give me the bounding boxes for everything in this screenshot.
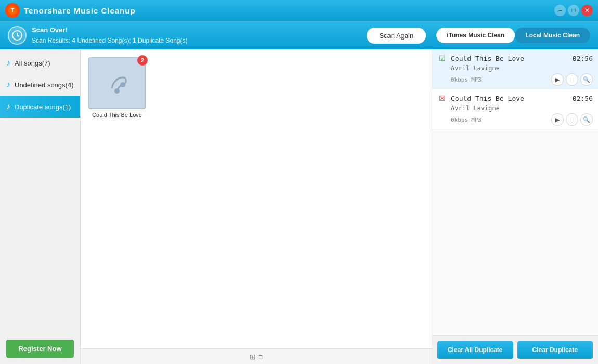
- song-title-2: Could This Be Love: [451, 95, 568, 102]
- song-artist-2: Avril Lavigne: [451, 105, 593, 112]
- header-bar: Scan Over! Scan Results: 4 Undefined Son…: [0, 21, 598, 49]
- right-panel: ☑ Could This Be Love 02:56 Avril Lavigne…: [432, 49, 598, 364]
- sidebar-item-duplicate-songs[interactable]: ♪ Duplicate songs(1): [0, 96, 80, 118]
- main-layout: ♪ All songs(7) ♪ Undefined songs(4) ♪ Du…: [0, 49, 598, 364]
- close-button[interactable]: ✕: [581, 5, 593, 16]
- content-area: 2 Could This Be Love ⊞ ≡: [81, 49, 432, 364]
- clear-duplicate-button[interactable]: Clear Duplicate: [517, 341, 593, 359]
- view-toggle: ⊞ ≡: [250, 353, 263, 361]
- song-meta-2: 0kbps MP3 ▶ ≡ 🔍: [451, 113, 593, 126]
- app-logo: T: [5, 3, 20, 18]
- mode-tab-group: iTunes Music Clean Local Music Clean: [436, 28, 590, 43]
- song-format-2: MP3: [471, 116, 482, 123]
- song-artist-1: Avril Lavigne: [451, 64, 593, 72]
- zoom-button-1[interactable]: 🔍: [580, 73, 593, 86]
- title-bar: T Tenorshare Music Cleanup − □ ✕: [0, 0, 598, 21]
- list-view-button[interactable]: ≡: [258, 353, 263, 361]
- sidebar-item-all-songs-label: All songs(7): [15, 59, 50, 67]
- zoom-button-2[interactable]: 🔍: [580, 113, 593, 126]
- song-duration-1: 02:56: [573, 55, 593, 62]
- svg-text:T: T: [11, 8, 14, 14]
- maximize-button[interactable]: □: [568, 5, 579, 16]
- album-title: Could This Be Love: [92, 112, 142, 118]
- scan-status-icon: [8, 26, 27, 45]
- right-panel-content: ☑ Could This Be Love 02:56 Avril Lavigne…: [432, 49, 598, 335]
- right-panel-footer: Clear All Duplicate Clear Duplicate: [432, 335, 598, 364]
- scan-again-button[interactable]: Scan Again: [367, 28, 426, 44]
- album-cover: 2: [88, 57, 146, 109]
- itunes-music-clean-tab[interactable]: iTunes Music Clean: [436, 28, 515, 43]
- sidebar-item-undefined-songs[interactable]: ♪ Undefined songs(4): [0, 74, 80, 96]
- sidebar-item-all-songs[interactable]: ♪ All songs(7): [0, 52, 80, 74]
- sidebar-item-undefined-songs-label: Undefined songs(4): [15, 81, 73, 89]
- music-note-icon-2: ♪: [6, 80, 10, 89]
- window-controls: − □ ✕: [554, 5, 593, 16]
- play-button-1[interactable]: ▶: [551, 73, 564, 86]
- play-button-2[interactable]: ▶: [551, 113, 564, 126]
- scan-info: Scan Over! Scan Results: 4 Undefined Son…: [8, 25, 367, 46]
- grid-view-button[interactable]: ⊞: [250, 353, 256, 361]
- minimize-button[interactable]: −: [554, 5, 566, 16]
- song-check-no-icon: ☒: [437, 94, 447, 103]
- scan-status-title: Scan Over!: [32, 25, 188, 36]
- song-check-yes-icon: ☑: [437, 54, 447, 63]
- scan-results-text: Scan Results: 4 Undefined Song(s); 1 Dup…: [32, 36, 188, 46]
- song-actions-2: ▶ ≡ 🔍: [551, 113, 593, 126]
- music-note-icon-3: ♪: [6, 102, 10, 111]
- song-header-2: ☒ Could This Be Love 02:56: [437, 94, 593, 103]
- svg-point-5: [114, 88, 120, 94]
- music-note-icon: ♪: [6, 58, 10, 68]
- song-actions-1: ▶ ≡ 🔍: [551, 73, 593, 86]
- register-now-button[interactable]: Register Now: [6, 340, 74, 358]
- sidebar: ♪ All songs(7) ♪ Undefined songs(4) ♪ Du…: [0, 49, 81, 364]
- song-title-1: Could This Be Love: [451, 55, 568, 62]
- song-entry-2: ☒ Could This Be Love 02:56 Avril Lavigne…: [432, 89, 598, 129]
- menu-button-2[interactable]: ≡: [566, 113, 578, 126]
- svg-point-6: [120, 82, 125, 87]
- duplicate-badge: 2: [137, 55, 148, 66]
- song-header-1: ☑ Could This Be Love 02:56: [437, 54, 593, 63]
- song-meta-1: 0kbps MP3 ▶ ≡ 🔍: [451, 73, 593, 86]
- song-bitrate-1: 0kbps: [451, 76, 468, 83]
- song-bitrate-2: 0kbps: [451, 116, 468, 123]
- sidebar-item-duplicate-songs-label: Duplicate songs(1): [15, 103, 71, 111]
- song-duration-2: 02:56: [573, 95, 593, 102]
- svg-line-4: [17, 35, 19, 36]
- scan-text: Scan Over! Scan Results: 4 Undefined Son…: [32, 25, 188, 46]
- album-item[interactable]: 2 Could This Be Love: [88, 57, 146, 118]
- content-footer: ⊞ ≡: [81, 348, 432, 364]
- album-grid: 2 Could This Be Love: [81, 49, 432, 348]
- sidebar-register: Register Now: [0, 333, 80, 364]
- song-entry-1: ☑ Could This Be Love 02:56 Avril Lavigne…: [432, 49, 598, 89]
- menu-button-1[interactable]: ≡: [566, 73, 578, 86]
- local-music-clean-tab[interactable]: Local Music Clean: [515, 28, 590, 43]
- app-title: Tenorshare Music Cleanup: [24, 6, 554, 15]
- song-format-1: MP3: [471, 76, 482, 83]
- clear-all-duplicate-button[interactable]: Clear All Duplicate: [437, 341, 513, 359]
